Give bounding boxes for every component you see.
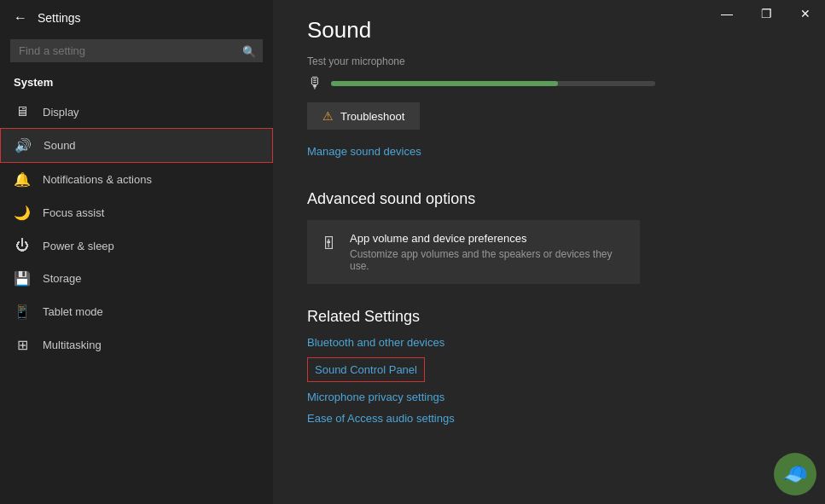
sidebar-item-label-notifications: Notifications & actions xyxy=(43,173,152,186)
title-bar: ← Settings xyxy=(0,0,273,36)
sidebar-item-sound[interactable]: 🔊 Sound xyxy=(0,128,273,163)
test-mic-label: Test your microphone xyxy=(307,55,791,67)
focus-icon: 🌙 xyxy=(14,205,31,221)
minimize-button[interactable]: — xyxy=(707,0,747,27)
microphone-privacy-link[interactable]: Microphone privacy settings xyxy=(307,391,791,403)
sidebar-item-power[interactable]: ⏻ Power & sleep xyxy=(0,229,273,262)
system-section-label: System xyxy=(0,69,273,96)
sidebar-item-label-focus: Focus assist xyxy=(43,206,104,219)
app-volume-icon: 🎚 xyxy=(321,234,338,253)
notifications-icon: 🔔 xyxy=(14,171,31,188)
sidebar-item-label-display: Display xyxy=(43,106,79,119)
search-input[interactable] xyxy=(10,39,263,62)
bluetooth-link[interactable]: Bluetooth and other devices xyxy=(307,336,791,349)
related-settings-title: Related Settings xyxy=(307,308,791,326)
maximize-button[interactable]: ❐ xyxy=(747,0,786,27)
app-volume-card[interactable]: 🎚 App volume and device preferences Cust… xyxy=(307,220,640,284)
sidebar-item-label-power: Power & sleep xyxy=(43,240,114,252)
troubleshoot-button[interactable]: ⚠ Troubleshoot xyxy=(307,102,420,130)
search-icon: 🔍 xyxy=(242,44,256,57)
app-volume-desc: Customize app volumes and the speakers o… xyxy=(350,248,626,272)
app-title: Settings xyxy=(38,11,81,25)
app-volume-title: App volume and device preferences xyxy=(350,232,626,245)
power-icon: ⏻ xyxy=(14,238,31,253)
main-content: — ❐ ✕ Sound Test your microphone 🎙 ⚠ Tro… xyxy=(273,0,825,504)
sidebar-item-focus[interactable]: 🌙 Focus assist xyxy=(0,196,273,229)
mic-level-fill xyxy=(331,81,558,86)
search-box: 🔍 xyxy=(10,39,263,62)
sidebar-item-label-tablet: Tablet mode xyxy=(43,305,103,318)
sidebar-item-storage[interactable]: 💾 Storage xyxy=(0,262,273,295)
sidebar-item-tablet[interactable]: 📱 Tablet mode xyxy=(0,295,273,328)
mic-bar-row: 🎙 xyxy=(307,74,791,92)
avatar: 🧢 xyxy=(774,453,816,495)
sidebar-item-display[interactable]: 🖥 Display xyxy=(0,96,273,128)
advanced-section-title: Advanced sound options xyxy=(307,190,791,208)
app-volume-card-content: App volume and device preferences Custom… xyxy=(350,232,626,272)
warning-icon: ⚠ xyxy=(322,109,334,123)
multitasking-icon: ⊞ xyxy=(14,337,31,353)
ease-of-access-link[interactable]: Ease of Access audio settings xyxy=(307,412,791,425)
display-icon: 🖥 xyxy=(14,104,31,119)
microphone-icon: 🎙 xyxy=(307,74,322,92)
sidebar-item-notifications[interactable]: 🔔 Notifications & actions xyxy=(0,163,273,196)
sound-control-panel-link[interactable]: Sound Control Panel xyxy=(307,357,425,382)
storage-icon: 💾 xyxy=(14,270,31,287)
sidebar-item-multitasking[interactable]: ⊞ Multitasking xyxy=(0,328,273,362)
sidebar-item-label-storage: Storage xyxy=(43,272,82,285)
window-controls: — ❐ ✕ xyxy=(707,0,825,27)
close-button[interactable]: ✕ xyxy=(786,0,825,27)
troubleshoot-label: Troubleshoot xyxy=(340,110,404,123)
mic-level-bar xyxy=(331,81,655,86)
back-button[interactable]: ← xyxy=(14,10,27,26)
tablet-icon: 📱 xyxy=(14,304,31,320)
sound-icon: 🔊 xyxy=(15,137,32,154)
sidebar: ← Settings 🔍 System 🖥 Display 🔊 Sound 🔔 … xyxy=(0,0,273,504)
manage-sound-devices-link[interactable]: Manage sound devices xyxy=(307,145,421,158)
sidebar-item-label-sound: Sound xyxy=(44,139,76,152)
sidebar-item-label-multitasking: Multitasking xyxy=(43,339,102,351)
